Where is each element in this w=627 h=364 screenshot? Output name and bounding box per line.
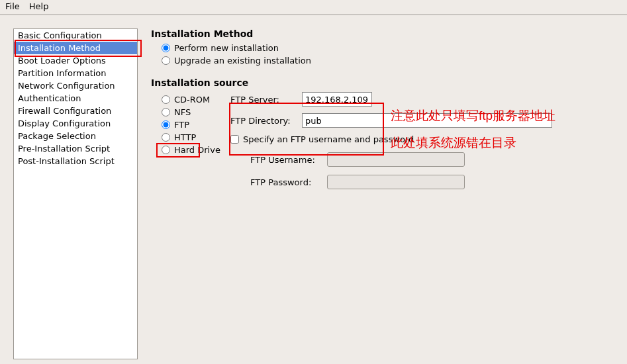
source-label-ftp: FTP [174, 120, 189, 130]
sidebar-item-pre-installation-script[interactable]: Pre-Installation Script [14, 142, 137, 155]
sidebar-item-firewall-configuration[interactable]: Firewall Configuration [14, 105, 137, 117]
source-radio-ftp[interactable] [162, 120, 170, 129]
sidebar-item-authentication[interactable]: Authentication [14, 92, 137, 105]
source-radio-harddrive[interactable] [162, 146, 170, 154]
ftp-fields: FTP Server: FTP Directory: Specify an FT… [230, 92, 620, 197]
ftp-directory-row: FTP Directory: [230, 113, 620, 128]
menu-help[interactable]: Help [29, 1, 49, 11]
source-radio-http[interactable] [162, 133, 170, 142]
installation-source-area: CD-ROM NFS FTP HTTP Hard Drive [151, 92, 620, 197]
source-option-cdrom[interactable]: CD-ROM [162, 95, 222, 105]
ftp-username-input [327, 152, 465, 167]
sidebar-item-partition-information[interactable]: Partition Information [14, 67, 137, 79]
main-panel: Installation Method Perform new installa… [151, 28, 620, 359]
sidebar-item-package-selection[interactable]: Package Selection [14, 130, 137, 142]
ftp-directory-label: FTP Directory: [230, 116, 302, 126]
source-option-ftp[interactable]: FTP [162, 120, 222, 130]
method-label-new-install: Perform new installation [174, 43, 279, 53]
source-radio-group: CD-ROM NFS FTP HTTP Hard Drive [151, 92, 222, 158]
sidebar-item-basic-configuration[interactable]: Basic Configuration [14, 29, 137, 42]
source-label-nfs: NFS [174, 107, 191, 117]
menubar: File Help [0, 0, 627, 15]
installation-method-group: Installation Method Perform new installa… [151, 28, 620, 66]
ftp-password-input [327, 175, 465, 189]
source-option-http[interactable]: HTTP [162, 132, 222, 142]
method-option-upgrade[interactable]: Upgrade an existing installation [162, 56, 620, 66]
ftp-specify-label: Specify an FTP username and password [243, 134, 414, 144]
ftp-server-input[interactable] [302, 92, 372, 107]
sidebar-item-installation-method[interactable]: Installation Method [14, 42, 137, 54]
ftp-password-row: FTP Password: [250, 175, 620, 189]
ftp-directory-input[interactable] [302, 113, 552, 128]
sidebar-item-boot-loader-options[interactable]: Boot Loader Options [14, 54, 137, 67]
source-option-nfs[interactable]: NFS [162, 107, 222, 117]
menu-file[interactable]: File [5, 1, 20, 11]
sidebar-item-post-installation-script[interactable]: Post-Installation Script [14, 155, 137, 167]
ftp-username-row: FTP Username: [250, 152, 620, 167]
ftp-server-label: FTP Server: [230, 95, 302, 105]
source-radio-nfs[interactable] [162, 108, 170, 116]
ftp-username-label: FTP Username: [250, 155, 327, 165]
source-radio-cdrom[interactable] [162, 95, 170, 104]
sidebar-item-network-configuration[interactable]: Network Configuration [14, 79, 137, 92]
method-option-new-install[interactable]: Perform new installation [162, 43, 620, 53]
installation-source-title: Installation source [151, 77, 620, 88]
ftp-specify-credentials[interactable]: Specify an FTP username and password [230, 134, 620, 144]
installation-method-title: Installation Method [151, 28, 620, 39]
source-option-harddrive[interactable]: Hard Drive [162, 145, 222, 155]
sidebar: Basic Configuration Installation Method … [13, 28, 138, 359]
source-label-harddrive: Hard Drive [174, 145, 220, 155]
method-radio-new-install[interactable] [162, 44, 170, 52]
ftp-credentials: FTP Username: FTP Password: [250, 152, 620, 189]
sidebar-item-display-configuration[interactable]: Display Configuration [14, 117, 137, 130]
method-label-upgrade: Upgrade an existing installation [174, 56, 311, 66]
ftp-server-row: FTP Server: [230, 92, 620, 107]
method-radio-upgrade[interactable] [162, 56, 170, 65]
source-label-http: HTTP [174, 132, 196, 142]
ftp-specify-checkbox[interactable] [230, 135, 239, 144]
source-label-cdrom: CD-ROM [174, 95, 210, 105]
ftp-password-label: FTP Password: [250, 177, 327, 187]
content-area: Basic Configuration Installation Method … [0, 15, 627, 364]
